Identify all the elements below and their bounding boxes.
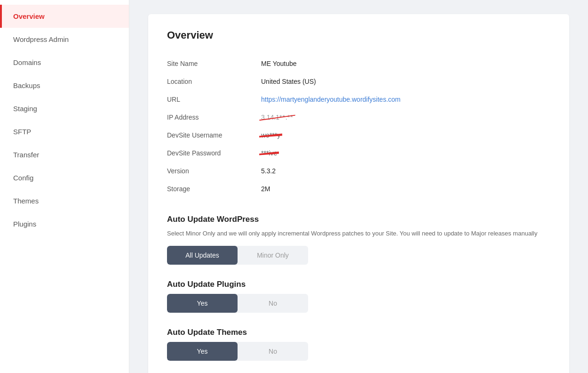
sidebar-item-label: SFTP xyxy=(13,128,31,136)
themes-no-button[interactable]: No xyxy=(238,342,308,361)
main-content: Overview Site Name ME Youtube Location U… xyxy=(129,0,588,373)
sidebar-item-label: Themes xyxy=(13,197,39,205)
storage-label: Storage xyxy=(167,180,261,198)
table-row: Site Name ME Youtube xyxy=(167,55,550,73)
location-value: United States (US) xyxy=(261,73,550,90)
auto-update-plugins-toggle: Yes No xyxy=(167,294,308,313)
sidebar-item-wordpress-admin[interactable]: Wordpress Admin xyxy=(0,28,129,51)
auto-update-themes-section: Auto Update Themes Yes No xyxy=(167,328,550,361)
table-row: DevSite Username wo***y xyxy=(167,126,550,144)
storage-value: 2M xyxy=(261,180,550,198)
url-label: URL xyxy=(167,90,261,108)
info-table: Site Name ME Youtube Location United Sta… xyxy=(167,55,550,198)
sidebar-item-config[interactable]: Config xyxy=(0,166,129,189)
all-updates-button[interactable]: All Updates xyxy=(167,246,238,265)
devsite-username-redacted: wo***y xyxy=(261,131,280,139)
sidebar-item-label: Transfer xyxy=(13,151,39,159)
url-value: https://martyenglanderyoutube.wordifysit… xyxy=(261,90,550,108)
ip-label: IP Address xyxy=(167,108,261,126)
page-title: Overview xyxy=(167,29,550,41)
sidebar: Overview Wordpress Admin Domains Backups… xyxy=(0,0,129,373)
sidebar-item-label: Backups xyxy=(13,81,40,89)
sidebar-item-domains[interactable]: Domains xyxy=(0,51,129,74)
sidebar-item-plugins[interactable]: Plugins xyxy=(0,212,129,235)
auto-update-wordpress-section: Auto Update WordPress Select Minor Only … xyxy=(167,215,550,265)
devsite-username-value: wo***y xyxy=(261,126,550,144)
version-value: 5.3.2 xyxy=(261,162,550,180)
overview-card: Overview Site Name ME Youtube Location U… xyxy=(148,14,569,373)
version-label: Version xyxy=(167,162,261,180)
sidebar-item-transfer[interactable]: Transfer xyxy=(0,143,129,166)
devsite-username-label: DevSite Username xyxy=(167,126,261,144)
auto-update-themes-title: Auto Update Themes xyxy=(167,328,550,337)
devsite-password-label: DevSite Password xyxy=(167,144,261,162)
plugins-yes-button[interactable]: Yes xyxy=(167,294,238,313)
sidebar-item-staging[interactable]: Staging xyxy=(0,97,129,120)
sidebar-item-label: Plugins xyxy=(13,220,36,228)
table-row: Storage 2M xyxy=(167,180,550,198)
table-row: DevSite Password ***ive xyxy=(167,144,550,162)
plugins-no-button[interactable]: No xyxy=(238,294,308,313)
devsite-password-value: ***ive xyxy=(261,144,550,162)
auto-update-wordpress-desc: Select Minor Only and we will only apply… xyxy=(167,229,550,238)
ip-value: 3.14.1**.** xyxy=(261,108,550,126)
location-label: Location xyxy=(167,73,261,90)
site-name-label: Site Name xyxy=(167,55,261,73)
sidebar-item-label: Config xyxy=(13,174,33,182)
minor-only-button[interactable]: Minor Only xyxy=(238,246,308,265)
auto-update-plugins-title: Auto Update Plugins xyxy=(167,280,550,289)
auto-update-wordpress-toggle: All Updates Minor Only xyxy=(167,246,308,265)
url-link[interactable]: https://martyenglanderyoutube.wordifysit… xyxy=(261,96,400,103)
sidebar-item-themes[interactable]: Themes xyxy=(0,189,129,212)
auto-update-plugins-section: Auto Update Plugins Yes No xyxy=(167,280,550,313)
sidebar-item-backups[interactable]: Backups xyxy=(0,74,129,97)
auto-update-wordpress-title: Auto Update WordPress xyxy=(167,215,550,224)
sidebar-item-sftp[interactable]: SFTP xyxy=(0,120,129,143)
site-name-value: ME Youtube xyxy=(261,55,550,73)
sidebar-item-label: Domains xyxy=(13,58,41,66)
ip-redacted: 3.14.1**.** xyxy=(261,114,294,121)
table-row: Location United States (US) xyxy=(167,73,550,90)
themes-yes-button[interactable]: Yes xyxy=(167,342,238,361)
table-row: Version 5.3.2 xyxy=(167,162,550,180)
table-row: URL https://martyenglanderyoutube.wordif… xyxy=(167,90,550,108)
table-row: IP Address 3.14.1**.** xyxy=(167,108,550,126)
sidebar-item-overview[interactable]: Overview xyxy=(0,5,129,28)
sidebar-item-label: Overview xyxy=(13,12,45,20)
auto-update-themes-toggle: Yes No xyxy=(167,342,308,361)
sidebar-item-label: Wordpress Admin xyxy=(13,35,69,43)
devsite-password-redacted: ***ive xyxy=(261,149,277,157)
sidebar-item-label: Staging xyxy=(13,105,37,113)
